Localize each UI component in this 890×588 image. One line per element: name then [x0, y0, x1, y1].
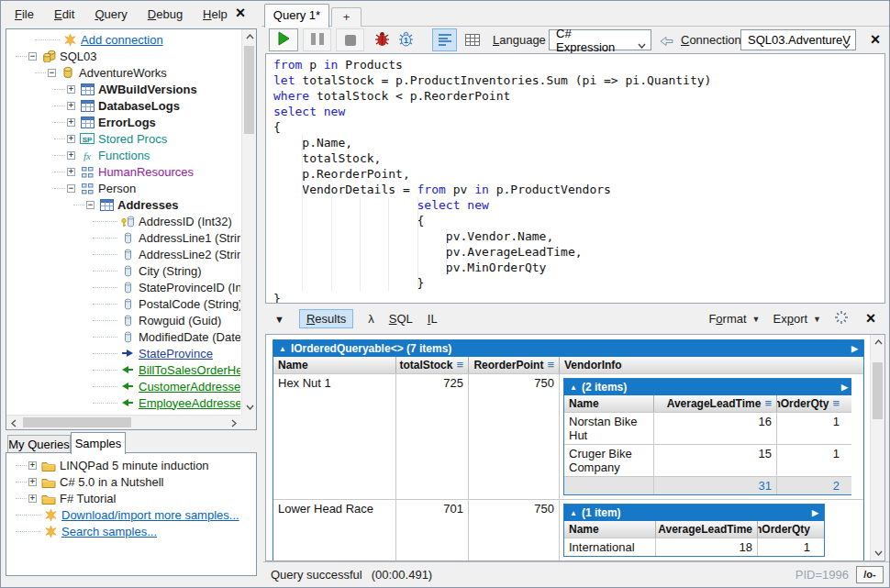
format-dropdown[interactable]: Format ▼ [708, 312, 760, 326]
expand-icon[interactable]: + [67, 85, 75, 94]
scroll-up-arrow-icon[interactable] [871, 335, 885, 349]
schema-item-person[interactable]: −Person [6, 180, 240, 196]
column-header-totalstock[interactable]: totalStock≡ [395, 357, 468, 373]
connection-select[interactable]: SQL03.AdventureV [740, 29, 856, 50]
results-tab-[interactable]: λ [368, 312, 374, 326]
breakpoint-bug-button[interactable]: 1 [397, 31, 415, 50]
column-header-averageleadtime[interactable]: AverageLeadTime≡ [653, 395, 776, 412]
scroll-thumb[interactable] [244, 46, 254, 134]
schema-item-stateprovinceid-int32[interactable]: StateProvinceID (Int32) [6, 279, 240, 295]
schema-item-humanresources[interactable]: +HumanResources [6, 163, 240, 180]
schema-item-modifieddate-datetime[interactable]: ModifiedDate (DateTime) [6, 328, 240, 345]
results-close-button[interactable]: × [862, 309, 880, 328]
samples-item-c-5-0-in-a-nutshell[interactable]: +C# 5.0 in a Nutshell [6, 473, 256, 490]
debug-button[interactable] [373, 31, 391, 50]
menu-close-button[interactable]: × [228, 3, 252, 24]
samples-item-linqpad-5-minute-induction[interactable]: +LINQPad 5 minute induction [6, 457, 256, 473]
schema-item-billtosalesorderheaders[interactable]: BillToSalesOrderHeaders [6, 361, 240, 378]
results-table-nested-1-header[interactable]: ▲(1 item)▶ [564, 505, 824, 521]
samples-item-f-tutorial[interactable]: +F# Tutorial [6, 490, 256, 506]
scroll-right-arrow-icon[interactable] [227, 416, 241, 430]
data-grid-results-button[interactable] [460, 28, 484, 51]
stop-button[interactable] [336, 28, 364, 51]
scroll-down-arrow-icon[interactable] [242, 400, 257, 415]
collapse-icon[interactable]: − [28, 52, 37, 61]
expand-icon[interactable]: + [28, 494, 37, 503]
schema-item-addressline2-string[interactable]: AddressLine2 (String) [6, 246, 240, 262]
schema-item-addressid-int32[interactable]: AddressID (Int32) [6, 213, 240, 229]
scroll-left-arrow-icon[interactable] [6, 416, 21, 430]
expand-icon[interactable]: + [28, 461, 37, 470]
schema-item-functions[interactable]: +fxFunctions [6, 147, 240, 163]
column-header-averageleadtime[interactable]: AverageLeadTime [655, 521, 757, 538]
sort-icon[interactable]: ≡ [832, 399, 840, 408]
column-header-minorderqty[interactable]: MinOrderQty [757, 521, 815, 538]
column-header-name[interactable]: Name [564, 395, 653, 412]
schema-vertical-scrollbar[interactable] [241, 29, 256, 415]
results-tab-il[interactable]: IL [428, 312, 438, 326]
expand-icon[interactable]: + [67, 168, 75, 176]
expand-arrow-icon[interactable]: ▶ [841, 383, 848, 392]
column-header-minorderqty[interactable]: MinOrderQty≡ [776, 395, 844, 412]
schema-item-errorlogs[interactable]: +ErrorLogs [6, 114, 240, 130]
results-table-nested-0-header[interactable]: ▲(2 items)▶ [564, 379, 851, 395]
sort-icon[interactable]: ≡ [456, 361, 463, 370]
expand-icon[interactable]: + [28, 478, 37, 486]
schema-horizontal-scrollbar[interactable] [6, 415, 241, 429]
scroll-thumb[interactable] [23, 417, 131, 427]
export-dropdown[interactable]: Export ▼ [773, 312, 822, 326]
column-header-name[interactable]: Name [564, 521, 655, 538]
schema-item-add-connection[interactable]: Add connection [6, 31, 240, 48]
language-select[interactable]: C# Expression [549, 29, 651, 50]
menu-item-debug[interactable]: Debug [138, 3, 193, 26]
menu-item-edit[interactable]: Edit [44, 3, 84, 26]
query-close-button[interactable]: × [864, 29, 886, 51]
collapse-icon[interactable]: − [48, 69, 56, 77]
expand-icon[interactable]: + [67, 135, 75, 143]
expand-arrow-icon[interactable]: ▶ [851, 344, 858, 353]
expand-icon[interactable]: + [67, 102, 75, 110]
samples-item-download-import-more-samples[interactable]: Download/import more samples... [6, 506, 256, 523]
collapse-results-icon[interactable]: ▼ [274, 314, 284, 325]
expand-icon[interactable]: + [67, 118, 75, 127]
schema-item-addresses[interactable]: −Addresses [6, 196, 240, 213]
scroll-thumb[interactable] [873, 362, 883, 419]
lprun-button[interactable]: /o- [856, 566, 884, 583]
column-header-name[interactable]: Name [273, 357, 395, 373]
rich-text-results-button[interactable] [432, 28, 457, 51]
expand-icon[interactable]: + [67, 151, 75, 160]
collapse-icon[interactable]: − [86, 201, 95, 209]
results-tab-results[interactable]: Results [299, 309, 353, 328]
scroll-up-arrow-icon[interactable] [242, 29, 257, 44]
run-button[interactable] [269, 28, 298, 51]
popout-results-icon[interactable] [834, 310, 849, 327]
tab-my-queries[interactable]: My Queries [7, 435, 71, 453]
schema-item-customeraddresses[interactable]: CustomerAddresses [6, 378, 240, 394]
results-vertical-scrollbar[interactable] [870, 335, 884, 560]
collapse-icon[interactable]: − [67, 184, 75, 193]
sort-icon[interactable]: ≡ [764, 399, 772, 408]
tab-samples[interactable]: Samples [71, 432, 126, 454]
scroll-down-arrow-icon[interactable] [871, 546, 885, 560]
new-query-tab-button[interactable]: + [331, 7, 362, 27]
tab-query-1[interactable]: Query 1* [264, 4, 329, 28]
results-table-header[interactable]: ▲IOrderedQueryable<> (7 items)▶ [273, 340, 863, 357]
schema-item-adventureworks[interactable]: −AdventureWorks [6, 64, 240, 81]
sort-icon[interactable]: ≡ [547, 361, 554, 370]
schema-item-stateprovince[interactable]: StateProvince [6, 345, 240, 361]
schema-item-sql03[interactable]: −SQL03 [6, 48, 240, 64]
results-tab-sql[interactable]: SQL [389, 312, 413, 326]
schema-item-addressline1-string[interactable]: AddressLine1 (String) [6, 229, 240, 246]
pause-button[interactable] [303, 28, 331, 51]
code-editor[interactable]: from p in Productslet totalStock = p.Pro… [265, 53, 885, 304]
schema-item-city-string[interactable]: City (String) [6, 262, 240, 279]
schema-item-rowguid-guid[interactable]: Rowguid (Guid) [6, 312, 240, 328]
schema-item-awbuildversions[interactable]: +AWBuildVersions [6, 81, 240, 97]
column-header-reorderpoint[interactable]: ReorderPoint≡ [468, 357, 559, 373]
schema-item-employeeaddresses[interactable]: EmployeeAddresses [6, 394, 240, 411]
expand-arrow-icon[interactable]: ▶ [812, 508, 818, 517]
menu-item-query[interactable]: Query [84, 3, 137, 26]
menu-item-file[interactable]: File [5, 3, 44, 26]
schema-item-postalcode-string[interactable]: PostalCode (String) [6, 295, 240, 312]
samples-item-search-samples[interactable]: Search samples... [6, 523, 256, 539]
